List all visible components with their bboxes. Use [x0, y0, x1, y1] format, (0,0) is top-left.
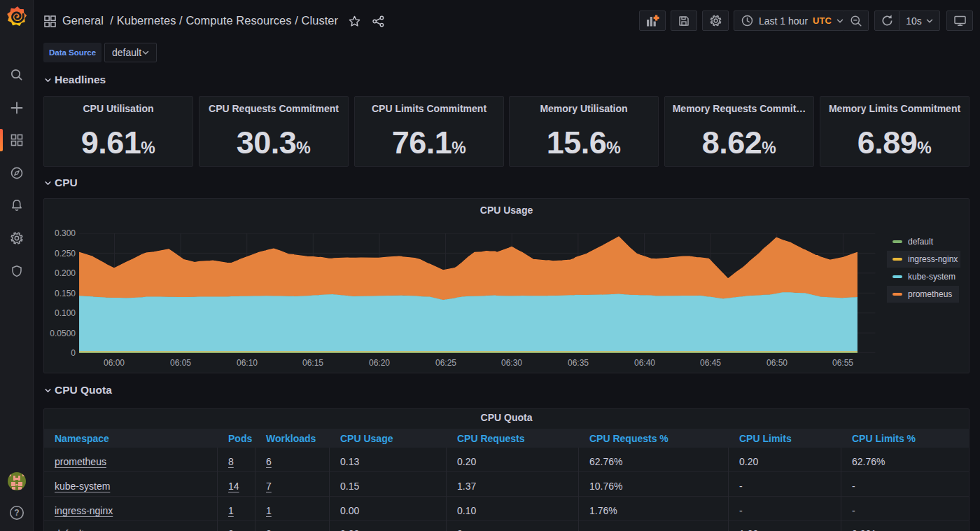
- svg-text:?: ?: [14, 508, 19, 518]
